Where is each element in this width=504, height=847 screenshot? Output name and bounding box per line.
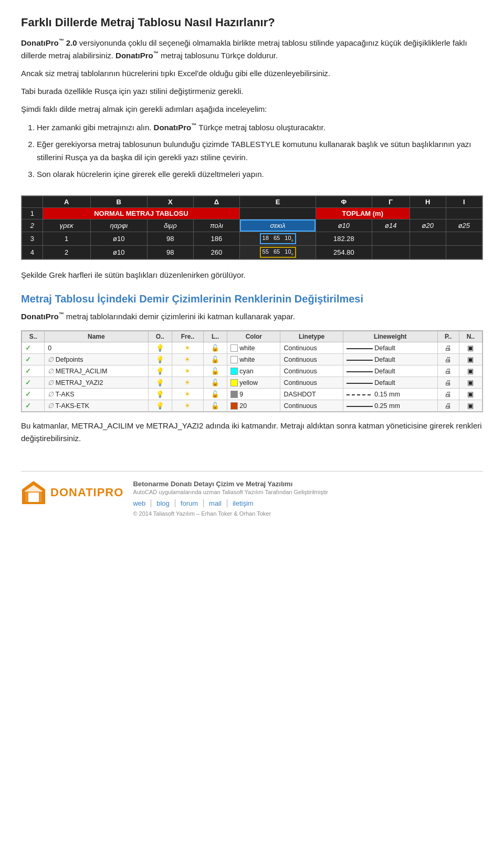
- footer-link-mail[interactable]: mail: [204, 499, 227, 507]
- row1-num: 1: [22, 208, 43, 219]
- row4-num: 4: [22, 246, 43, 259]
- col-header-E: E: [240, 196, 316, 208]
- square-icon: ▣: [467, 344, 474, 352]
- lock-icon: 🔓: [211, 356, 219, 363]
- row4-col5: 55 65 10₀: [240, 246, 316, 259]
- row1-i: [446, 208, 482, 219]
- layer-def-linetype: Continuous: [280, 354, 343, 365]
- table-row-1: 1 NORMAL METRAJ TABLOSU TOPLAM (m): [22, 208, 482, 219]
- row4-col4: 260: [193, 246, 240, 259]
- layer-etk-name: ∅ T-AKS-ETK: [45, 400, 148, 412]
- step-3: Son olarak hücrelerin içine girerek elle…: [37, 168, 483, 181]
- layer-0-status: ✓: [22, 342, 45, 354]
- layer-table: S.. Name O.. Fre.. L.. Color Linetype Li…: [22, 331, 482, 412]
- layer-ac-name: ∅ METRAJ_ACILIM: [45, 365, 148, 377]
- row3-col8: [410, 232, 446, 246]
- layer-0-lock: 🔓: [203, 342, 227, 354]
- square-icon: ▣: [467, 368, 474, 375]
- page-title: Farklı Dillerde Metraj Tablosu Nasıl Haz…: [21, 16, 483, 29]
- layer-row-taks-etk: ✓ ∅ T-AKS-ETK 💡 ☀ 🔓 20 Continuous 0.25 m…: [22, 400, 482, 412]
- row4-col1: 2: [43, 246, 90, 259]
- row1-e: [240, 208, 316, 219]
- section2-heading: Metraj Tablosu İçindeki Demir Çizimlerin…: [21, 293, 483, 305]
- layer-row-defpoints: ✓ ∅ Defpoints 💡 ☀ 🔓 white Continuous Def…: [22, 354, 482, 365]
- row3-col2: ø10: [90, 232, 147, 246]
- col-linetype: Linetype: [280, 331, 343, 342]
- printer-icon: 🖨: [445, 344, 452, 352]
- row4-col9: [446, 246, 482, 259]
- layer-ac-freeze: ☀: [172, 365, 203, 377]
- layer-ac-n: ▣: [459, 365, 482, 377]
- layer-etk-lock: 🔓: [203, 400, 227, 412]
- svg-rect-2: [28, 493, 39, 502]
- layer-0-freeze: ☀: [172, 342, 203, 354]
- table-header-row: A B X Δ E Φ Γ H I: [22, 196, 482, 208]
- col-header-X: X: [147, 196, 193, 208]
- col-header-I: I: [446, 196, 482, 208]
- col-header-B: B: [90, 196, 147, 208]
- col-header-delta: Δ: [193, 196, 240, 208]
- layer-row-taks: ✓ ∅ T-AKS 💡 ☀ 🔓 9 DASHDOT 0.15 mm 🖨 ▣: [22, 389, 482, 400]
- layer-taks-n: ▣: [459, 389, 482, 400]
- table-row-3: 3 1 ø10 98 186 18 65 10₀ 182.28: [22, 232, 482, 246]
- printer-icon: 🖨: [445, 379, 452, 386]
- footer-copy: © 2014 Taliasoft Yazılım – Erhan Toker &…: [133, 510, 328, 517]
- layer-ac-status: ✓: [22, 365, 45, 377]
- printer-icon: 🖨: [445, 368, 452, 375]
- col-status: S..: [22, 331, 45, 342]
- footer-link-web[interactable]: web: [133, 499, 151, 507]
- footer-links: web blog forum mail iletişim: [133, 499, 328, 507]
- layer-row-metraj-yazi2: ✓ ∅ METRAJ_YAZI2 💡 ☀ 🔓 yellow Continuous…: [22, 377, 482, 389]
- footer-desc: Betonarme Donatı Detayı Çizim ve Metraj …: [133, 480, 328, 488]
- layer-etk-status: ✓: [22, 400, 45, 412]
- layer-taks-on: 💡: [148, 389, 172, 400]
- row2-col6: ø10: [316, 219, 372, 232]
- row3-col7: [372, 232, 410, 246]
- footer-link-blog[interactable]: blog: [151, 499, 175, 507]
- row1-toplam: TOPLAM (m): [316, 208, 410, 219]
- lock-icon: 🔓: [211, 368, 219, 375]
- layer-0-name: 0: [45, 342, 148, 354]
- layer-yz-linetype: Continuous: [280, 377, 343, 389]
- footer-link-forum[interactable]: forum: [175, 499, 204, 507]
- light-icon: 💡: [156, 402, 164, 410]
- metraj-table: A B X Δ E Φ Γ H I 1 NORMAL METRAJ TABLOS…: [22, 196, 482, 259]
- square-icon: ▣: [467, 402, 474, 410]
- layer-yz-color: yellow: [227, 377, 280, 389]
- col-freeze: Fre..: [172, 331, 203, 342]
- col-color: Color: [227, 331, 280, 342]
- lock-icon: 🔓: [211, 402, 219, 410]
- layer-yz-status: ✓: [22, 377, 45, 389]
- footer-link-iletisim[interactable]: iletişim: [227, 499, 259, 507]
- layer-taks-name: ∅ T-AKS: [45, 389, 148, 400]
- step-1: Her zamanki gibi metrajınızı alın. Donat…: [37, 121, 483, 134]
- row2-num: 2: [22, 219, 43, 232]
- col-on: O..: [148, 331, 172, 342]
- row1-h: [410, 208, 446, 219]
- row3-col5: 18 65 10₀: [240, 232, 316, 246]
- layer-def-lineweight: Default: [343, 354, 437, 365]
- sun-icon: ☀: [184, 356, 191, 363]
- sun-icon: ☀: [184, 368, 191, 375]
- layer-taks-lineweight: 0.15 mm: [343, 389, 437, 400]
- row4-col6: 254.80: [316, 246, 372, 259]
- sun-icon: ☀: [184, 391, 191, 398]
- row1-normal-metraj: NORMAL METRAJ TABLOSU: [43, 208, 240, 219]
- layer-0-n: ▣: [459, 342, 482, 354]
- col-header-gamma: Γ: [372, 196, 410, 208]
- row2-col9: ø25: [446, 219, 482, 232]
- layer-taks-lock: 🔓: [203, 389, 227, 400]
- square-icon: ▣: [467, 379, 474, 386]
- layer-ac-linetype: Continuous: [280, 365, 343, 377]
- row4-col3: 98: [147, 246, 193, 259]
- step-2: Eğer gerekiyorsa metraj tablosunun bulun…: [37, 138, 483, 164]
- metraj-table-wrapper: A B X Δ E Φ Γ H I 1 NORMAL METRAJ TABLOS…: [21, 195, 483, 260]
- row2-col5: σεκιλ: [240, 219, 316, 232]
- layer-0-lineweight: Default: [343, 342, 437, 354]
- row3-col1: 1: [43, 232, 90, 246]
- layer-yz-on: 💡: [148, 377, 172, 389]
- layer-table-wrapper: S.. Name O.. Fre.. L.. Color Linetype Li…: [21, 330, 483, 412]
- layer-taks-status: ✓: [22, 389, 45, 400]
- sun-icon: ☀: [184, 344, 191, 352]
- col-lineweight: Lineweight: [343, 331, 437, 342]
